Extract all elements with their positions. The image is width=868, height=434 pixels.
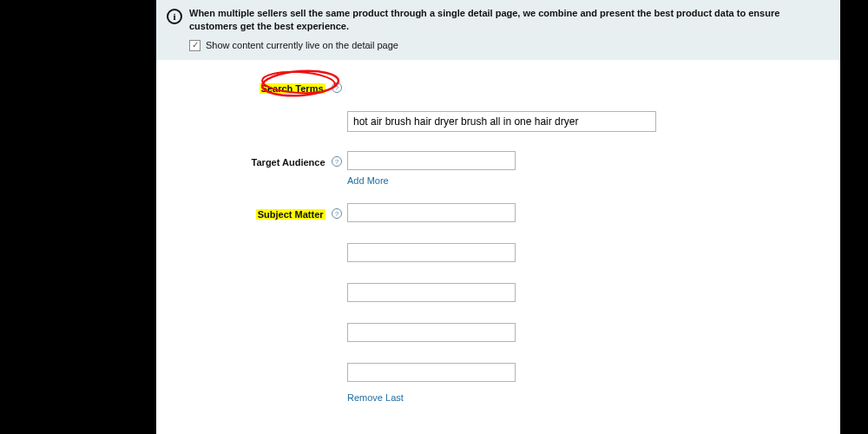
- subject-matter-label: Subject Matter: [256, 209, 326, 220]
- info-banner: i When multiple sellers sell the same pr…: [156, 0, 840, 60]
- search-terms-input[interactable]: [347, 111, 656, 132]
- show-content-label: Show content currently live on the detai…: [206, 40, 398, 50]
- target-audience-input[interactable]: [347, 151, 516, 170]
- info-icon: i: [167, 7, 182, 24]
- subject-matter-input-4[interactable]: [347, 323, 516, 342]
- subject-matter-input-3[interactable]: [347, 283, 516, 302]
- form-area: Search Terms ? Target Audience ? Add Mor…: [156, 60, 840, 404]
- info-text: When multiple sellers sell the same prod…: [189, 7, 830, 33]
- show-content-checkbox[interactable]: ✓: [189, 40, 201, 51]
- form-page: i When multiple sellers sell the same pr…: [156, 0, 840, 434]
- remove-last-link[interactable]: Remove Last: [347, 392, 404, 403]
- target-audience-label: Target Audience: [252, 157, 326, 168]
- subject-matter-input-2[interactable]: [347, 243, 516, 262]
- subject-matter-input-1[interactable]: [347, 203, 516, 222]
- help-icon[interactable]: ?: [332, 82, 342, 93]
- target-audience-section: Target Audience ? Add More: [156, 151, 840, 187]
- search-terms-label: Search Terms: [260, 83, 326, 94]
- help-icon[interactable]: ?: [332, 156, 342, 167]
- search-terms-section: Search Terms ?: [156, 77, 840, 132]
- help-icon[interactable]: ?: [332, 208, 342, 219]
- info-body: When multiple sellers sell the same prod…: [189, 7, 830, 51]
- add-more-link[interactable]: Add More: [347, 175, 389, 186]
- subject-matter-section: Subject Matter ? Remove Last: [156, 203, 840, 404]
- show-content-checkbox-row: ✓ Show content currently live on the det…: [189, 40, 830, 51]
- subject-matter-input-5[interactable]: [347, 363, 516, 382]
